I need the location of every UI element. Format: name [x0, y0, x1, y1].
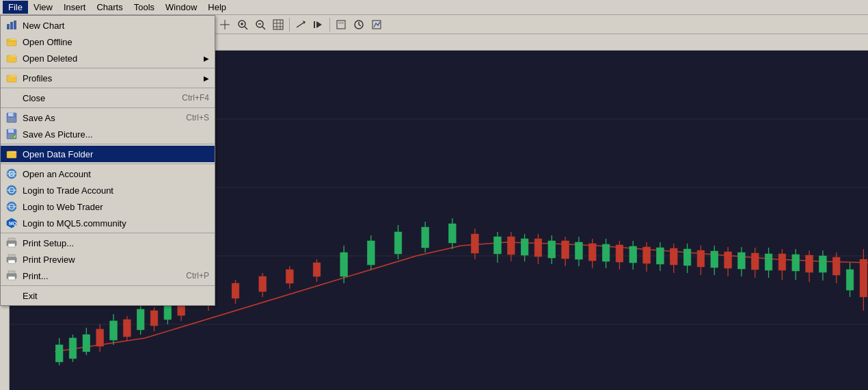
toolbar-scroll-right[interactable] — [310, 17, 327, 32]
svg-rect-73 — [629, 246, 637, 263]
svg-rect-151 — [8, 113, 14, 116]
svg-rect-144 — [7, 24, 10, 29]
open-deleted-icon — [5, 51, 18, 65]
login-mql5-icon: MQ — [5, 216, 18, 230]
toolbar-crosshair[interactable] — [217, 17, 233, 32]
menu-item-profiles[interactable]: Profiles ▶ — [1, 70, 215, 86]
save-as-label: Save As — [23, 113, 55, 123]
toolbar-indicators[interactable] — [368, 17, 385, 32]
svg-line-31 — [359, 25, 361, 26]
svg-rect-19 — [273, 20, 283, 29]
menu-item-close[interactable]: Close Ctrl+F4 — [1, 90, 215, 106]
login-mql5-label: Login to MQL5.community — [23, 218, 126, 229]
svg-rect-61 — [449, 224, 457, 243]
menu-item-open-data-folder[interactable]: Open Data Folder — [1, 146, 215, 162]
menu-tools[interactable]: Tools — [128, 1, 160, 14]
svg-rect-178 — [8, 276, 15, 280]
save-as-picture-label: Save As Picture... — [23, 129, 93, 140]
svg-rect-77 — [683, 249, 691, 265]
toolbar-zoom-in[interactable] — [234, 17, 251, 32]
toolbar-chart-shift[interactable] — [293, 17, 309, 32]
toolbar-zoom-out[interactable] — [252, 17, 269, 32]
menu-insert[interactable]: Insert — [58, 1, 92, 14]
menu-item-open-deleted[interactable]: Open Deleted ▶ — [1, 50, 215, 66]
close-icon — [5, 91, 18, 105]
print-setup-icon — [5, 236, 18, 250]
menu-item-open-offline[interactable]: Open Offline — [1, 34, 215, 50]
svg-marker-25 — [316, 21, 322, 28]
svg-rect-69 — [575, 242, 583, 259]
menu-item-print[interactable]: Print... Ctrl+P — [1, 268, 215, 284]
toolbar-template[interactable] — [333, 17, 349, 32]
svg-rect-153 — [8, 118, 16, 122]
menu-item-print-preview[interactable]: Print Preview — [1, 251, 215, 268]
print-shortcut: Ctrl+P — [186, 271, 209, 281]
menu-help[interactable]: Help — [202, 1, 232, 14]
menu-item-login-web[interactable]: Login to Web Trader — [1, 198, 215, 215]
menu-item-new-chart[interactable]: New Chart — [1, 17, 215, 34]
save-as-icon — [5, 111, 18, 125]
svg-rect-135 — [832, 257, 840, 275]
svg-rect-41 — [55, 345, 63, 362]
exit-icon — [5, 289, 18, 302]
svg-rect-91 — [96, 329, 104, 346]
svg-rect-117 — [588, 244, 596, 261]
svg-text:+: + — [669, 254, 675, 263]
svg-rect-111 — [507, 237, 515, 255]
menu-window[interactable]: Window — [160, 1, 202, 14]
separator-4 — [1, 144, 215, 144]
login-trade-icon — [5, 183, 18, 197]
menu-item-login-trade[interactable]: Login to Trade Account — [1, 182, 215, 198]
svg-rect-87 — [819, 256, 827, 272]
svg-rect-95 — [150, 311, 158, 326]
svg-text:+: + — [723, 258, 729, 268]
svg-text:+: + — [642, 252, 648, 261]
svg-rect-49 — [137, 309, 144, 330]
separator-1 — [1, 68, 215, 68]
print-label: Print... — [23, 271, 49, 281]
open-offline-icon — [5, 35, 18, 49]
dropdown-menu-content: New Chart Open Offline Open Deleted ▶ Pr… — [1, 16, 215, 305]
menu-item-exit[interactable]: Exit — [1, 287, 215, 304]
svg-rect-133 — [806, 255, 813, 272]
menu-item-open-account[interactable]: Open an Account — [1, 166, 215, 182]
menu-view[interactable]: View — [28, 1, 58, 14]
svg-text:MQ: MQ — [9, 221, 17, 226]
new-chart-icon — [5, 18, 18, 32]
svg-rect-27 — [337, 21, 345, 29]
exit-label: Exit — [23, 291, 38, 301]
svg-rect-113 — [534, 239, 542, 257]
close-label: Close — [23, 93, 45, 103]
login-web-label: Login to Web Trader — [23, 202, 103, 212]
close-shortcut: Ctrl+F4 — [182, 93, 209, 103]
svg-rect-67 — [548, 241, 556, 258]
svg-rect-145 — [10, 22, 13, 29]
svg-rect-28 — [338, 22, 344, 24]
svg-text:+: + — [696, 256, 703, 265]
menu-item-login-mql5[interactable]: MQ Login to MQL5.community — [1, 215, 215, 231]
svg-rect-89 — [846, 270, 854, 290]
open-deleted-label: Open Deleted — [23, 53, 77, 64]
svg-text:+: + — [615, 250, 621, 259]
svg-rect-63 — [494, 237, 502, 254]
login-web-icon — [5, 200, 18, 213]
menu-item-save-as[interactable]: Save As Ctrl+S — [1, 109, 215, 126]
open-offline-label: Open Offline — [23, 37, 72, 47]
svg-rect-47 — [110, 321, 118, 340]
toolbar-time-icon[interactable] — [351, 17, 367, 32]
svg-rect-85 — [792, 255, 800, 271]
svg-rect-75 — [657, 248, 664, 264]
menu-file[interactable]: File — [3, 1, 28, 14]
open-account-icon — [5, 167, 18, 181]
svg-rect-103 — [259, 276, 267, 291]
svg-rect-146 — [14, 21, 16, 29]
menu-charts[interactable]: Charts — [91, 1, 128, 14]
svg-text:+: + — [750, 259, 757, 268]
toolbar-grid[interactable] — [270, 17, 286, 32]
svg-rect-155 — [8, 129, 14, 133]
menu-item-save-as-picture[interactable]: Save As Picture... — [1, 126, 215, 142]
separator-5 — [1, 164, 215, 164]
menu-item-print-setup[interactable]: Print Setup... — [1, 235, 215, 251]
profiles-label: Profiles — [23, 73, 52, 83]
svg-rect-175 — [8, 260, 15, 263]
